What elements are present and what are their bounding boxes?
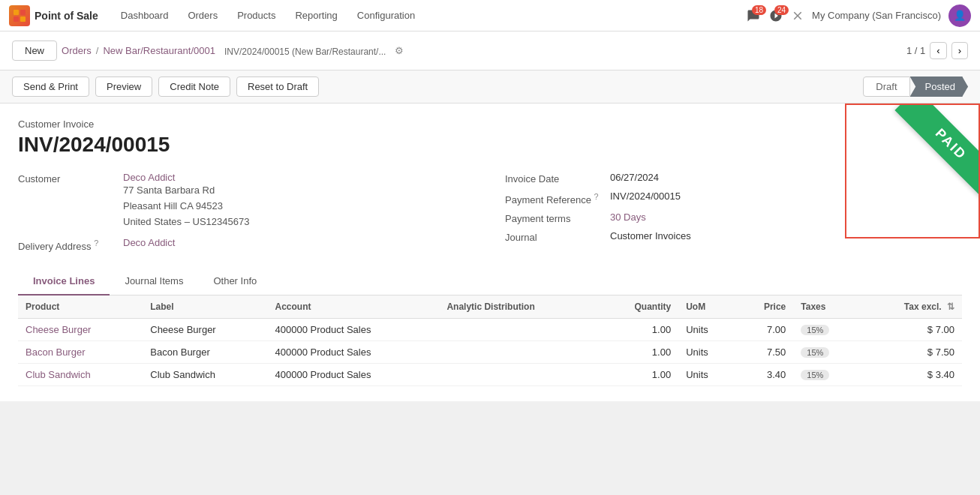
col-header-product: Product [18,296,143,319]
column-sort-icon[interactable]: ⇅ [947,302,954,312]
cell-tax-excl: $ 7.50 [861,340,962,363]
company-name[interactable]: My Company (San Francisco) [812,10,941,21]
customer-field: Customer Deco Addict 77 Santa Barbara Rd… [18,172,475,253]
top-navigation: Point of Sale Dashboard Orders Products … [0,0,980,32]
invoice-date-value: 06/27/2024 [610,172,659,183]
breadcrumb-parent[interactable]: New Bar/Restaurant/0001 [103,45,215,56]
cell-quantity: 1.00 [599,363,678,386]
new-button[interactable]: New [12,40,57,61]
cell-taxes: 15% [793,340,861,363]
table-row: Bacon Burger Bacon Burger 400000 Product… [18,340,962,363]
activities-badge[interactable]: 24 [768,9,783,22]
invoice-lines-table: Product Label Account Analytic Distribut… [18,296,962,386]
status-draft-button[interactable]: Draft [863,76,909,97]
tab-journal-items[interactable]: Journal Items [110,268,198,296]
svg-rect-2 [14,16,19,22]
paid-stamp: PAID [895,104,980,200]
status-posted-button[interactable]: Posted [910,76,968,97]
tab-invoice-lines[interactable]: Invoice Lines [18,268,110,296]
col-header-label: Label [143,296,267,319]
invoice-tabs: Invoice Lines Journal Items Other Info [18,268,962,296]
cell-taxes: 15% [793,318,861,340]
customer-address-line2: Pleasant Hill CA 94523 [123,199,249,214]
svg-rect-0 [14,10,19,15]
customer-name[interactable]: Deco Addict [123,172,249,183]
col-header-quantity: Quantity [599,296,678,319]
cell-account: 400000 Product Sales [268,363,440,386]
cell-product[interactable]: Bacon Burger [18,340,143,363]
nav-products[interactable]: Products [228,7,284,24]
cell-tax-excl: $ 3.40 [861,363,962,386]
settings-gear-icon[interactable]: ⚙ [395,45,404,56]
credit-note-button[interactable]: Credit Note [158,76,230,97]
action-bar: Send & Print Preview Credit Note Reset t… [0,70,980,104]
cell-label: Club Sandwich [143,363,267,386]
col-header-price: Price [736,296,793,319]
delivery-address-label: Delivery Address ? [18,237,116,252]
col-header-account: Account [268,296,440,319]
col-header-analytic: Analytic Distribution [439,296,599,319]
table-row: Club Sandwich Club Sandwich 400000 Produ… [18,363,962,386]
col-header-taxes: Taxes [793,296,861,319]
customer-address-line1: 77 Santa Barbara Rd [123,183,249,199]
close-icon[interactable] [791,9,804,22]
cell-uom: Units [678,363,736,386]
customer-address-line3: United States – US12345673 [123,214,249,230]
preview-button[interactable]: Preview [95,76,152,97]
logo-icon [9,5,30,26]
table-header-row: Product Label Account Analytic Distribut… [18,296,962,319]
svg-rect-3 [20,16,26,22]
invoice-date-label: Invoice Date [505,172,603,184]
table-row: Cheese Burger Cheese Burger 400000 Produ… [18,318,962,340]
status-bar: Draft Posted [863,76,968,97]
cell-uom: Units [678,340,736,363]
cell-product[interactable]: Club Sandwich [18,363,143,386]
paid-ribbon-container: PAID [845,104,980,238]
messages-badge[interactable]: 18 [746,9,761,22]
messages-count: 18 [752,5,766,15]
tab-content: Product Label Account Analytic Distribut… [18,296,962,386]
main-content: PAID Customer Invoice INV/2024/00015 Cus… [0,104,980,401]
nav-configuration[interactable]: Configuration [348,7,424,24]
journal-value: Customer Invoices [610,230,691,242]
customer-label: Customer [18,172,116,184]
tab-other-info[interactable]: Other Info [198,268,272,296]
breadcrumb-bar: New Orders / New Bar/Restaurant/0001 INV… [0,32,980,70]
cell-account: 400000 Product Sales [268,340,440,363]
breadcrumb-left: New Orders / New Bar/Restaurant/0001 INV… [12,40,404,61]
cell-price: 7.50 [736,340,793,363]
delivery-address-value[interactable]: Deco Addict [123,237,175,248]
cell-price: 3.40 [736,363,793,386]
breadcrumb-separator: / [96,45,99,56]
cell-label: Bacon Burger [143,340,267,363]
cell-quantity: 1.00 [599,318,678,340]
cell-tax-excl: $ 7.00 [861,318,962,340]
journal-label: Journal [505,230,603,243]
svg-rect-1 [20,10,26,15]
cell-account: 400000 Product Sales [268,318,440,340]
user-avatar[interactable]: 👤 [948,4,971,27]
app-name: Point of Sale [35,10,98,22]
breadcrumb-orders[interactable]: Orders [62,45,92,56]
send-print-button[interactable]: Send & Print [12,76,89,97]
next-record-button[interactable]: › [951,42,968,59]
invoice-type-label: Customer Invoice [18,118,962,130]
prev-record-button[interactable]: ‹ [930,42,946,59]
nav-reporting[interactable]: Reporting [286,7,346,24]
reset-to-draft-button[interactable]: Reset to Draft [236,76,319,97]
cell-quantity: 1.00 [599,340,678,363]
payment-reference-value: INV/2024/00015 [610,190,681,202]
app-logo[interactable]: Point of Sale [9,5,98,26]
cell-price: 7.00 [736,318,793,340]
cell-product[interactable]: Cheese Burger [18,318,143,340]
nav-menu: Dashboard Orders Products Reporting Conf… [112,7,746,24]
nav-orders[interactable]: Orders [179,7,227,24]
nav-dashboard[interactable]: Dashboard [112,7,178,24]
nav-right-area: 18 24 My Company (San Francisco) 👤 [746,4,971,27]
payment-terms-label: Payment terms [505,212,603,224]
cell-label: Cheese Burger [143,318,267,340]
cell-taxes: 15% [793,363,861,386]
cell-analytic [439,340,599,363]
cell-analytic [439,318,599,340]
payment-terms-value[interactable]: 30 Days [610,212,646,223]
